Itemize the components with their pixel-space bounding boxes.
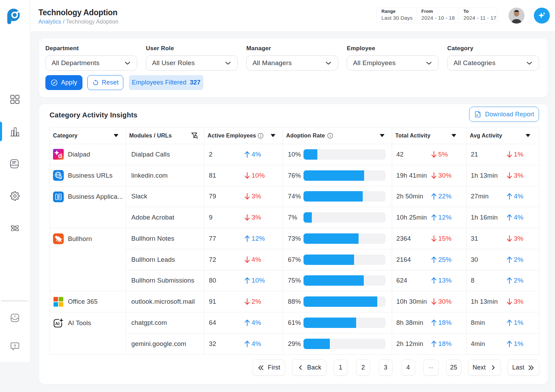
svg-text:?: ? (14, 344, 16, 349)
svg-text:a: a (60, 176, 61, 179)
svg-text:AI: AI (55, 321, 59, 326)
svg-text:d: d (58, 152, 62, 159)
